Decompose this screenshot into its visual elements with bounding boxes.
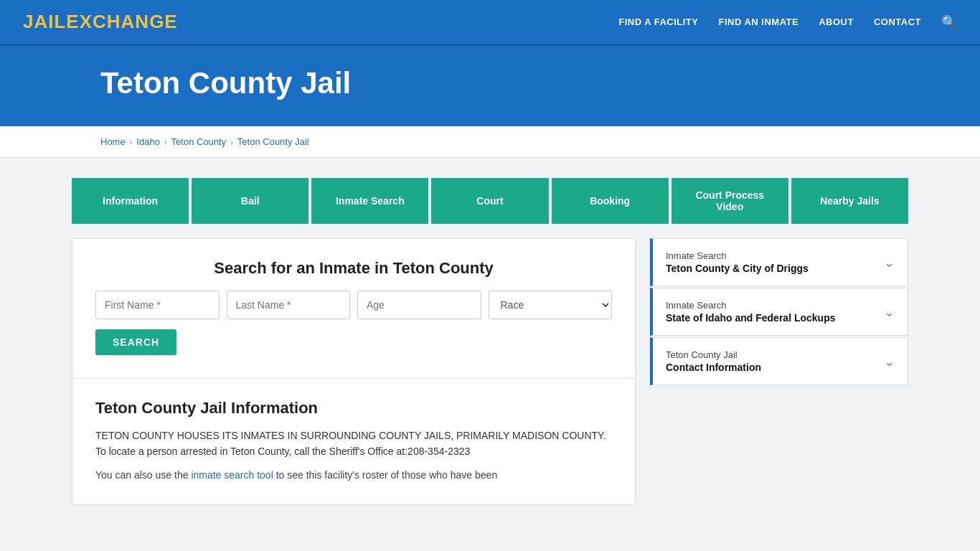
breadcrumb-teton-jail[interactable]: Teton County Jail (237, 136, 309, 147)
chevron-down-icon-1: ⌄ (884, 256, 895, 269)
nav-about[interactable]: ABOUT (819, 17, 854, 27)
page-title: Teton County Jail (100, 66, 880, 100)
logo-part2: XCHANGE (80, 11, 178, 32)
sidebar-card-title-1: Inmate Search Teton County & City of Dri… (666, 250, 809, 274)
sidebar-card-1-subtitle: Teton County & City of Driggs (666, 263, 809, 274)
nav-links: FIND A FACILITY FIND AN INMATE ABOUT CON… (618, 14, 957, 30)
tab-booking[interactable]: Booking (552, 178, 669, 224)
sidebar-card-title-2: Inmate Search State of Idaho and Federal… (666, 300, 835, 324)
tab-court-video[interactable]: Court Process Video (672, 178, 788, 224)
sidebar-card-inmate-search-2[interactable]: Inmate Search State of Idaho and Federal… (650, 288, 908, 336)
main-wrapper: Information Bail Inmate Search Court Boo… (0, 158, 980, 525)
info-p2-suffix: to see this facility's roster of those w… (273, 469, 497, 481)
tab-court[interactable]: Court (431, 178, 548, 224)
nav-find-facility[interactable]: FIND A FACILITY (618, 17, 698, 27)
logo-part1: JAIL (23, 11, 66, 32)
breadcrumb-home[interactable]: Home (100, 136, 126, 147)
tab-bail[interactable]: Bail (192, 178, 308, 224)
last-name-input[interactable] (227, 291, 351, 319)
sidebar-card-title-3: Teton County Jail Contact Information (666, 349, 761, 373)
breadcrumb-teton-county[interactable]: Teton County (171, 136, 227, 147)
race-select[interactable]: Race White Black Hispanic Asian Other (489, 291, 613, 319)
breadcrumb-sep-2: › (164, 138, 167, 146)
breadcrumb-sep-1: › (130, 138, 133, 146)
inmate-search-form: Search for an Inmate in Teton County Rac… (72, 239, 635, 379)
info-paragraph-2: You can also use the inmate search tool … (95, 467, 612, 484)
sidebar-card-header-2: Inmate Search State of Idaho and Federal… (653, 288, 908, 335)
search-form-title: Search for an Inmate in Teton County (95, 259, 612, 278)
first-name-input[interactable] (95, 291, 220, 319)
search-button[interactable]: SEARCH (95, 329, 176, 355)
tab-nearby-jails[interactable]: Nearby Jails (791, 178, 908, 224)
search-inputs-row: Race White Black Hispanic Asian Other (95, 291, 612, 319)
main-nav: JAILEXCHANGE FIND A FACILITY FIND AN INM… (0, 0, 980, 46)
chevron-down-icon-2: ⌄ (884, 306, 895, 319)
tabs-bar: Information Bail Inmate Search Court Boo… (72, 178, 908, 224)
sidebar-card-inmate-search-1[interactable]: Inmate Search Teton County & City of Dri… (650, 238, 908, 286)
info-bold-text: TETON COUNTY HOUSES ITS INMATES IN SURRO… (95, 430, 606, 441)
sidebar-card-header-3: Teton County Jail Contact Information ⌄ (653, 338, 908, 385)
sidebar-card-2-subtitle: State of Idaho and Federal Lockups (666, 312, 835, 324)
logo[interactable]: JAILEXCHANGE (23, 11, 178, 33)
right-panel: Inmate Search Teton County & City of Dri… (650, 238, 908, 505)
nav-find-inmate[interactable]: FIND AN INMATE (718, 17, 798, 27)
breadcrumb-idaho[interactable]: Idaho (136, 136, 160, 147)
nav-contact[interactable]: CONTACT (874, 17, 921, 27)
logo-accent: E (66, 11, 79, 32)
sidebar-card-contact[interactable]: Teton County Jail Contact Information ⌄ (650, 337, 908, 385)
info-normal-text: To locate a person arrested in Teton Cou… (95, 446, 470, 457)
hero-section: Teton County Jail (0, 46, 980, 126)
tab-inmate-search[interactable]: Inmate Search (311, 178, 428, 224)
tab-information[interactable]: Information (72, 178, 189, 224)
sidebar-card-3-title: Teton County Jail (666, 349, 738, 360)
inmate-search-link[interactable]: inmate search tool (191, 469, 273, 481)
info-title: Teton County Jail Information (95, 399, 612, 418)
breadcrumb-sep-3: › (230, 138, 233, 146)
info-bold-paragraph: TETON COUNTY HOUSES ITS INMATES IN SURRO… (95, 428, 612, 460)
sidebar-card-2-title: Inmate Search (666, 300, 727, 311)
breadcrumb: Home › Idaho › Teton County › Teton Coun… (0, 126, 980, 158)
content-grid: Search for an Inmate in Teton County Rac… (72, 238, 908, 505)
sidebar-card-3-subtitle: Contact Information (666, 362, 761, 373)
chevron-down-icon-3: ⌄ (884, 355, 895, 368)
search-icon[interactable]: 🔍 (941, 14, 957, 30)
left-panel: Search for an Inmate in Teton County Rac… (72, 238, 636, 505)
info-p2-prefix: You can also use the (95, 469, 191, 481)
sidebar-card-1-title: Inmate Search (666, 250, 727, 261)
age-input[interactable] (357, 291, 481, 319)
info-section: Teton County Jail Information TETON COUN… (72, 379, 635, 504)
sidebar-card-header-1: Inmate Search Teton County & City of Dri… (653, 239, 908, 286)
